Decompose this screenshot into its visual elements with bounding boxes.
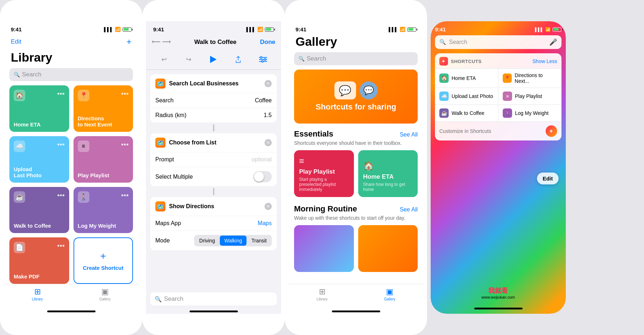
- mode-walking[interactable]: Walking: [220, 236, 246, 246]
- widget-tile-playlist[interactable]: ≡ Play Playlist: [498, 88, 561, 104]
- morning-card-2[interactable]: [358, 225, 418, 272]
- tile-make-pdf[interactable]: 📄 ••• Make PDF: [9, 237, 69, 284]
- settings-btn[interactable]: [257, 53, 270, 66]
- shortcuts-grid: 🏠 ••• Home ETA 📍 ••• Directionsto Next E…: [4, 85, 139, 284]
- tile-play-playlist[interactable]: ≡ ••• Play Playlist: [74, 136, 133, 183]
- essentials-section-header: Essentials See All: [294, 129, 418, 139]
- editor-search-bar[interactable]: 🔍 Search: [150, 292, 277, 305]
- tile-walk-coffee[interactable]: ☕ ••• Walk to Coffee: [9, 187, 69, 233]
- morning-title: Morning Routine: [294, 204, 357, 214]
- search-local-name: Search Local Businesses: [169, 80, 261, 87]
- mode-driving[interactable]: Driving: [195, 236, 219, 246]
- redo-btn[interactable]: ↪: [182, 53, 195, 66]
- widget-search-icon: 🔍: [439, 39, 446, 45]
- radius-value: 1.5: [264, 112, 272, 119]
- mode-selector: Driving Walking Transit: [194, 235, 272, 246]
- widget-tile-directions[interactable]: 📍 Directions to Next...: [498, 69, 561, 88]
- search-row: Search Coffee: [150, 93, 277, 108]
- widget-time: 9:41: [435, 26, 446, 32]
- home-eta-card-icon: 🏠: [363, 161, 413, 171]
- gallery-tab-gallery[interactable]: ▣ Gallery: [356, 287, 424, 301]
- tile-upload-photo[interactable]: ☁️ ••• UploadLast Photo: [9, 136, 69, 183]
- widget-search-text: Search: [449, 39, 546, 45]
- tile-weight-header: 🚶 •••: [78, 191, 129, 203]
- status-bar-1: 9:41 ▌▌▌ 📶: [4, 21, 139, 35]
- search-local-close[interactable]: ✕: [265, 80, 272, 87]
- tile-playlist-more[interactable]: •••: [121, 140, 129, 149]
- tile-log-weight[interactable]: 🚶 ••• Log My Weight: [74, 187, 133, 233]
- widget-mic-icon[interactable]: 🎤: [549, 38, 557, 46]
- gallery-banner[interactable]: 💬 💬 Shortcuts for sharing: [294, 70, 418, 124]
- share-btn[interactable]: [232, 53, 245, 66]
- widget-coffee-icon: ☕: [439, 108, 449, 118]
- widget-customize-label[interactable]: Customize in Shortcuts: [439, 128, 491, 134]
- tile-directions-more[interactable]: •••: [121, 90, 129, 98]
- widget-status-icons: ▌▌▌ 📶: [535, 26, 561, 32]
- search-bar-1[interactable]: 🔍 Search: [9, 68, 133, 81]
- maps-app-value[interactable]: Maps: [258, 220, 272, 227]
- widget-coffee-label: Walk to Coffee: [452, 110, 484, 116]
- editor-done-btn[interactable]: Done: [260, 39, 276, 46]
- upload-icon: ☁️: [14, 140, 25, 152]
- widget-search-bar[interactable]: 🔍 Search 🎤: [435, 35, 561, 49]
- gallery-tab-library[interactable]: ⊞ Library: [288, 287, 356, 301]
- play-btn[interactable]: [207, 53, 220, 66]
- tile-upload-more[interactable]: •••: [57, 140, 65, 149]
- status-icons-1: ▌▌▌ 📶: [104, 27, 132, 32]
- card-play-playlist[interactable]: ≡ Play Playlist Start playing a preselec…: [294, 150, 354, 197]
- home-indicator-2: [190, 311, 238, 312]
- morning-card-1[interactable]: [294, 225, 354, 272]
- tile-coffee-more[interactable]: •••: [57, 191, 65, 200]
- divider-line-1: [213, 124, 214, 131]
- card-home-eta[interactable]: 🏠 Home ETA Share how long to get home: [358, 150, 418, 197]
- gallery-search-bar[interactable]: 🔍 Search: [294, 52, 418, 65]
- widget-tile-coffee[interactable]: ☕ Walk to Coffee: [435, 105, 498, 121]
- directions-close[interactable]: ✕: [265, 203, 272, 210]
- widget-shortcuts-round-icon[interactable]: [546, 125, 557, 137]
- choose-list-close[interactable]: ✕: [265, 139, 272, 146]
- svg-point-5: [264, 59, 266, 61]
- action-choose-list-header: 🗺️ Choose from List ✕: [150, 133, 277, 152]
- widget-header-row: SHORTCUTS Show Less: [435, 53, 561, 69]
- undo-btn[interactable]: ↩: [157, 53, 170, 66]
- add-shortcut-button[interactable]: +: [126, 37, 132, 47]
- widget-directions-icon: 📍: [503, 73, 512, 83]
- tab-gallery[interactable]: ▣ Gallery: [71, 287, 139, 301]
- home-indicator-4: [474, 308, 523, 309]
- tile-home-eta-more[interactable]: •••: [57, 90, 65, 98]
- create-plus-icon: +: [100, 250, 106, 262]
- search-local-icon: 🗺️: [155, 79, 165, 89]
- morning-see-all[interactable]: See All: [400, 206, 418, 213]
- battery-icon-3: [407, 27, 416, 32]
- signal-icon-1: ▌▌▌: [104, 27, 113, 32]
- battery-fill-2: [266, 28, 271, 31]
- mode-transit[interactable]: Transit: [247, 236, 271, 246]
- battery-icon-2: [265, 27, 274, 32]
- widget-show-less-btn[interactable]: Show Less: [533, 58, 557, 64]
- battery-icon-1: [123, 27, 132, 32]
- essentials-see-all[interactable]: See All: [400, 131, 418, 138]
- playlist-icon: ≡: [78, 140, 89, 152]
- tab-library[interactable]: ⊞ Library: [4, 287, 71, 301]
- tile-home-eta[interactable]: 🏠 ••• Home ETA: [9, 85, 69, 132]
- tile-directions[interactable]: 📍 ••• Directionsto Next Event: [74, 85, 133, 132]
- action-choose-list: 🗺️ Choose from List ✕ Prompt optional Se…: [150, 133, 277, 186]
- tile-create-shortcut[interactable]: + Create Shortcut: [74, 237, 133, 284]
- gallery-lib-label: Library: [316, 297, 328, 301]
- status-time-2: 9:41: [153, 26, 164, 32]
- select-multiple-label: Select Multiple: [155, 174, 193, 180]
- playlist-card-icon: ≡: [299, 156, 349, 166]
- divider-line-2: [213, 188, 214, 195]
- widget-tile-home-eta[interactable]: 🏠 Home ETA: [435, 69, 498, 88]
- signal-icon-3: ▌▌▌: [388, 27, 398, 32]
- tile-weight-more[interactable]: •••: [121, 191, 129, 200]
- widget-footer: Customize in Shortcuts: [435, 121, 561, 140]
- tile-pdf-more[interactable]: •••: [57, 242, 65, 250]
- editor-back-btn[interactable]: ⟵ ⟶: [152, 38, 171, 46]
- widget-tile-weight[interactable]: 🚶 Log My Weight: [498, 105, 561, 121]
- edit-button[interactable]: Edit: [11, 38, 21, 45]
- select-multiple-toggle[interactable]: [253, 171, 272, 182]
- maps-app-row: Maps App Maps: [150, 216, 277, 231]
- home-edit-button[interactable]: Edit: [537, 173, 559, 184]
- widget-tile-upload[interactable]: ☁️ Upload Last Photo: [435, 88, 498, 104]
